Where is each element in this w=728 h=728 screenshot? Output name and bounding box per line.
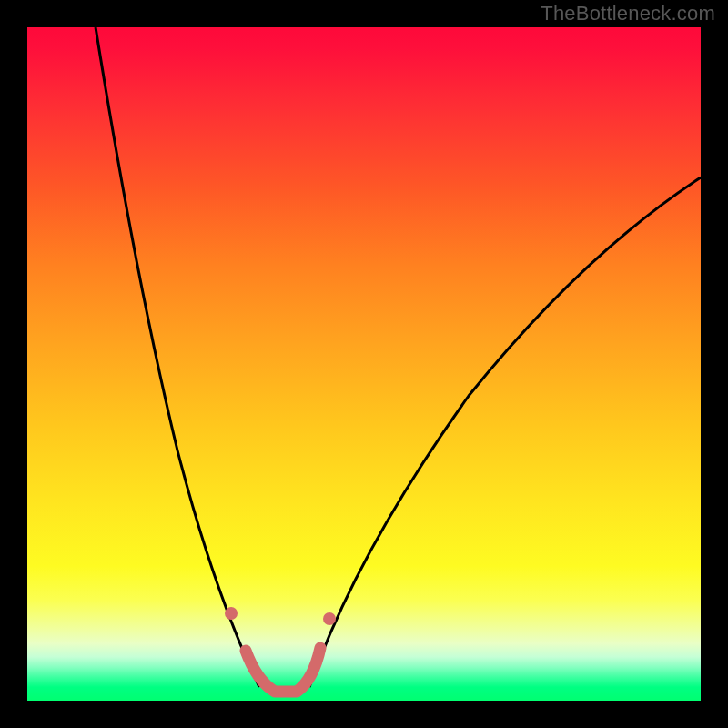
watermark-text: TheBottleneck.com	[541, 2, 715, 25]
right-curve	[309, 177, 701, 687]
left-outer-dot	[225, 607, 238, 620]
chart-container: TheBottleneck.com	[0, 0, 728, 728]
right-outer-dot	[323, 612, 336, 625]
plot-area	[27, 27, 701, 701]
curves-svg	[27, 27, 701, 701]
left-curve	[96, 27, 259, 687]
